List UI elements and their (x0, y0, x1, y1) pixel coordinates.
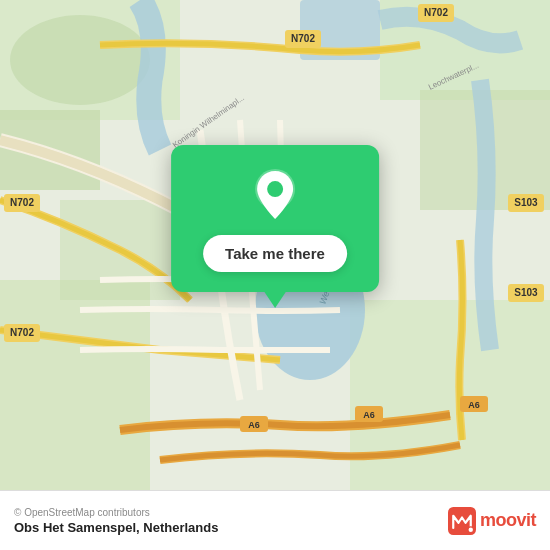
svg-text:N702: N702 (291, 33, 315, 44)
take-me-there-button[interactable]: Take me there (203, 235, 347, 272)
svg-point-33 (267, 181, 283, 197)
svg-text:A6: A6 (468, 400, 480, 410)
svg-text:A6: A6 (248, 420, 260, 430)
svg-text:N702: N702 (424, 7, 448, 18)
footer-bar: © OpenStreetMap contributors Obs Het Sam… (0, 490, 550, 550)
svg-point-3 (10, 15, 150, 105)
moovit-text: moovit (480, 510, 536, 531)
footer-left: © OpenStreetMap contributors Obs Het Sam… (14, 507, 218, 535)
map-container: Weerwater N702 N702 N702 N702 S103 S103 … (0, 0, 550, 490)
location-name: Obs Het Samenspel, Netherlands (14, 520, 218, 535)
svg-text:N702: N702 (10, 197, 34, 208)
popup-card: Take me there (171, 145, 379, 292)
svg-point-36 (469, 527, 473, 531)
moovit-m-icon (448, 507, 476, 535)
svg-text:N702: N702 (10, 327, 34, 338)
svg-text:S103: S103 (514, 287, 538, 298)
svg-text:S103: S103 (514, 197, 538, 208)
svg-rect-7 (350, 300, 550, 490)
svg-text:A6: A6 (363, 410, 375, 420)
location-pin-icon (249, 169, 301, 221)
osm-credit: © OpenStreetMap contributors (14, 507, 218, 518)
moovit-logo: moovit (448, 507, 536, 535)
